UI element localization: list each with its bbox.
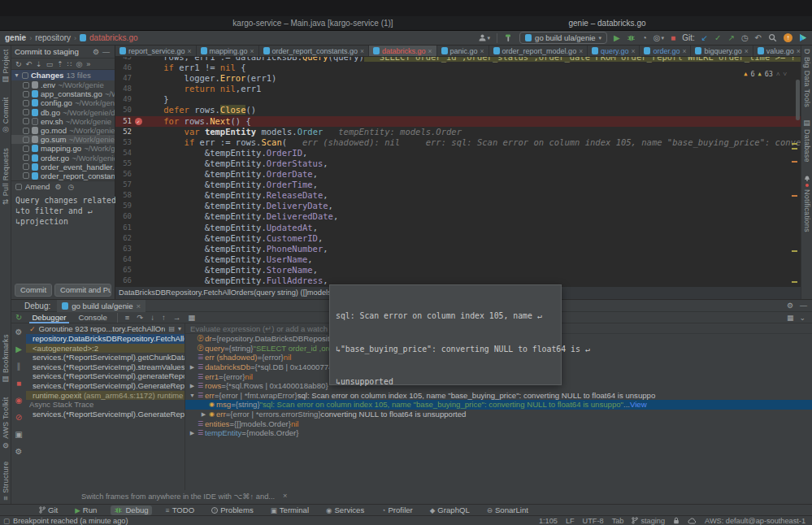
close-icon[interactable]: × <box>480 47 484 55</box>
thread-selector[interactable]: ✓ Goroutine 923 repo...tory.FetchAllOrde… <box>26 323 185 334</box>
gear-icon[interactable]: ⚙ <box>91 48 101 56</box>
evaluate-expression-icon[interactable]: ▦ <box>188 313 195 322</box>
hide-icon[interactable]: — <box>101 48 111 56</box>
amend-checkbox[interactable] <box>15 184 22 190</box>
breadcrumb-folder[interactable]: repository <box>35 33 71 42</box>
code-line[interactable]: 52 var tempEntity models.Order tempEntit… <box>115 127 801 137</box>
gear-icon[interactable]: ⚙ <box>53 183 63 191</box>
editor-tab[interactable]: order_report_model.go× <box>489 46 588 56</box>
close-icon[interactable]: × <box>579 47 583 55</box>
editor-tab[interactable]: query.go× <box>588 46 640 56</box>
stack-frame[interactable]: services.(*ReportServiceImpl).getChunkDa… <box>26 353 185 362</box>
warning-stripe-mark[interactable] <box>792 195 797 197</box>
step-out-icon[interactable]: ↑ <box>162 313 166 322</box>
run-to-cursor-icon[interactable]: → <box>173 313 181 322</box>
code-line[interactable]: 51✓ for rows.Next() { <box>115 116 801 127</box>
stack-frame[interactable]: <autogenerated>:2 <box>26 344 185 354</box>
history-icon[interactable]: ◷ <box>66 183 76 191</box>
close-icon[interactable]: × <box>136 302 141 310</box>
changes-group-row[interactable]: ▼ Changes 13 files <box>11 70 115 80</box>
search-icon[interactable] <box>768 33 777 42</box>
expand-chevron-icon[interactable]: ▶ <box>189 383 196 389</box>
hide-icon[interactable]: — <box>800 302 807 310</box>
close-icon[interactable]: × <box>682 47 686 55</box>
expand-chevron-icon[interactable]: ▼ <box>189 393 196 398</box>
snapshot-icon[interactable]: ▣ <box>15 430 22 439</box>
editor-tab[interactable]: mapping.go× <box>197 46 259 56</box>
gear-icon[interactable]: ⚙ <box>15 447 23 456</box>
status-1[interactable]: 1:105 <box>539 517 558 525</box>
editor-scrollbar[interactable] <box>796 80 800 120</box>
stack-frame[interactable]: services.(*ReportServiceImpl).GenerateRe… <box>26 410 185 419</box>
undo-button[interactable]: ↶ <box>755 33 762 44</box>
expand-chevron-icon[interactable]: ▶ <box>189 430 196 436</box>
status-lf[interactable]: LF <box>566 517 575 525</box>
expand-chevron-icon[interactable]: ▶ <box>200 411 207 418</box>
stop-button[interactable]: ■ <box>671 33 675 44</box>
code-line[interactable]: 50 defer rows.Close() <box>115 105 801 115</box>
file-checkbox[interactable] <box>23 163 29 170</box>
code-line[interactable]: 59 &tempEntity.DeliveryDate, <box>115 201 801 211</box>
changelist-icon[interactable]: ▭ <box>46 60 54 68</box>
close-icon[interactable]: × <box>797 47 801 55</box>
toolbar-problems[interactable]: !Problems <box>208 505 257 515</box>
file-checkbox[interactable] <box>23 154 29 161</box>
breakpoint-icon[interactable]: ✓ <box>135 118 142 125</box>
stack-frame[interactable]: repository.DataBricksDBRepository.FetchA… <box>26 334 185 344</box>
toolbar-todo[interactable]: ≡TODO <box>163 505 198 515</box>
refresh-icon[interactable]: ↻ <box>15 60 22 68</box>
coverage-button[interactable]: ◎▾ <box>654 33 664 44</box>
git-push-button[interactable]: ↗ <box>727 33 734 44</box>
file-checkbox[interactable] <box>23 118 29 124</box>
git-update-button[interactable]: ↙ <box>701 33 708 44</box>
chevron-down-icon[interactable]: ⌄ <box>799 314 805 322</box>
pause-icon[interactable]: ∥ <box>17 362 21 371</box>
chevron-down-icon[interactable]: ▼ <box>14 72 20 78</box>
settings-icon[interactable]: ⚙ <box>787 302 793 310</box>
file-checkbox[interactable] <box>23 100 29 106</box>
stack-frame[interactable]: services.(*ReportServiceImpl).streamValu… <box>26 362 185 372</box>
rollback-icon[interactable]: ↶ <box>26 60 33 68</box>
sidebar-item-notifications[interactable]: Notifications <box>803 174 811 232</box>
resume-icon[interactable]: ▶ <box>15 345 22 354</box>
file-checkbox[interactable] <box>23 137 29 143</box>
layout-icon[interactable]: ▦ <box>787 314 794 322</box>
more-icon[interactable]: » <box>86 60 90 68</box>
sidebar-item-pull-requests[interactable]: ⇅Pull Requests <box>2 148 10 205</box>
expand-chevron-icon[interactable]: ▶ <box>189 364 196 371</box>
code-line[interactable]: 45 rows, err1 := databricksDB.Query(quer… <box>115 57 801 63</box>
sidebar-item-bookmarks[interactable]: ▤Bookmarks <box>2 334 10 384</box>
warning-stripe-mark[interactable] <box>792 161 797 163</box>
toolbar-sonarlint[interactable]: ⊖SonarLint <box>484 505 532 515</box>
close-icon[interactable]: × <box>360 47 364 55</box>
next-warning-icon[interactable]: ˅ <box>783 71 787 78</box>
editor-tab[interactable]: bigquery.go× <box>691 46 753 56</box>
commit-button[interactable]: Commit <box>15 284 52 297</box>
user-icon[interactable]: ▾ <box>478 33 491 44</box>
run-config-select[interactable]: go build ula/genie▾ <box>519 32 607 44</box>
editor-tab[interactable]: value.go× <box>753 46 801 56</box>
code-line[interactable]: 53 if err := rows.Scan( err (shadowed): … <box>115 137 801 148</box>
code-line[interactable]: 62 &tempEntity.CustomerID, <box>115 233 801 244</box>
status-aws[interactable]: AWS: default@ap-southeast-1 <box>705 517 805 525</box>
changed-file-row[interactable]: go.sum~/Work/genie <box>11 135 115 144</box>
step-over-icon[interactable]: ↷ <box>137 313 143 322</box>
status-tab[interactable]: Tab <box>612 517 624 525</box>
build-hammer-icon[interactable] <box>504 33 513 42</box>
changed-file-row[interactable]: env.sh~/Work/genie <box>11 117 115 126</box>
shelve-icon[interactable]: ⇣ <box>36 60 42 68</box>
code-line[interactable]: 47 logger.Error(err1) <box>115 73 801 84</box>
editor-tab[interactable]: order_report_constants.go× <box>259 46 370 56</box>
sidebar-item-structure[interactable]: ≡Structure <box>2 462 10 501</box>
view-link[interactable]: View <box>630 400 647 409</box>
variable-row[interactable]: ▶◉err = {error | *errors.errorString} co… <box>185 410 812 419</box>
mute-breakpoints-icon[interactable]: ⊘ <box>15 413 22 422</box>
toolbar-graphql[interactable]: ◆GraphQL <box>427 505 473 515</box>
code-editor[interactable]: 45 rows, err1 := databricksDB.Query(quer… <box>115 57 801 286</box>
file-checkbox[interactable] <box>23 145 29 152</box>
status-staging[interactable]: staging <box>632 517 665 525</box>
sidebar-item-aws-toolkit[interactable]: ⚙AWS Toolkit <box>2 397 10 449</box>
cloud-sync-icon[interactable] <box>688 518 697 524</box>
debug-button[interactable] <box>627 33 636 42</box>
view-breakpoints-icon[interactable]: ◉ <box>15 396 23 405</box>
